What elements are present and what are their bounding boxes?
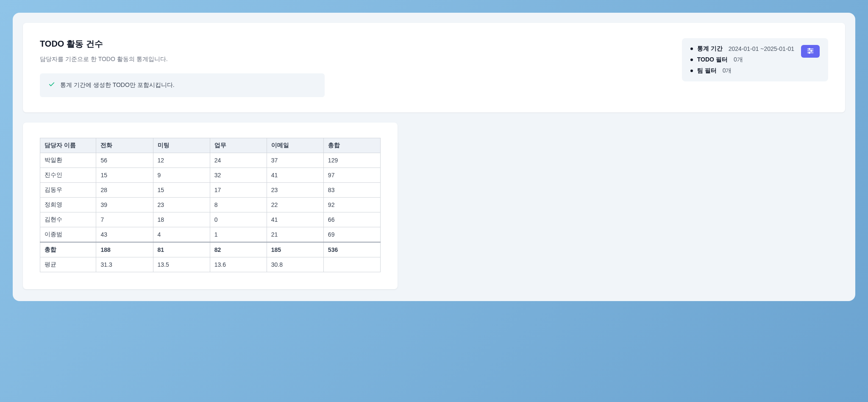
table-header-row: 담당자 이름 전화 미팅 업무 이메일 총합 [40,138,381,153]
bullet-icon [690,47,693,50]
filter-team-label: 팀 필터 [697,67,717,75]
table-cell: 박일환 [40,153,96,168]
th-email: 이메일 [267,138,323,153]
table-cell: 1 [210,227,267,243]
table-cell: 김현수 [40,212,96,227]
table-cell: 32 [210,168,267,183]
table-cell: 22 [267,198,323,212]
table-cell: 15 [153,183,210,198]
table-row: 진수인159324197 [40,168,381,183]
table-row: 정희영392382292 [40,198,381,212]
filter-period: 통계 기간 2024-01-01 ~2025-01-01 [690,45,794,53]
table-cell: 23 [153,198,210,212]
filter-settings-button[interactable] [801,45,820,58]
page-subtitle: 담당자를 기준으로 한 TODO 활동의 통계입니다. [40,56,325,63]
table-cell: 17 [210,183,267,198]
table-cell: 18 [153,212,210,227]
table-cell: 66 [323,212,380,227]
table-row: 박일환56122437129 [40,153,381,168]
bullet-icon [690,70,693,72]
table-total-cell: 188 [96,242,153,257]
table-cell: 23 [267,183,323,198]
filter-todo-value: 0개 [734,56,743,64]
table-row: 김동우2815172383 [40,183,381,198]
svg-point-1 [809,48,810,50]
filter-period-value: 2024-01-01 ~2025-01-01 [729,45,794,52]
table-cell: 4 [153,227,210,243]
table-row: 이종범43412169 [40,227,381,243]
table-cell: 92 [323,198,380,212]
table-average-cell: 13.6 [210,257,267,272]
table-cell: 정희영 [40,198,96,212]
table-cell: 9 [153,168,210,183]
table-row: 김현수71804166 [40,212,381,227]
table-cell: 41 [267,212,323,227]
table-cell: 69 [323,227,380,243]
table-cell: 129 [323,153,380,168]
table-cell: 15 [96,168,153,183]
filter-period-label: 통계 기간 [697,45,723,53]
filter-todo: TODO 필터 0개 [690,56,794,64]
table-cell: 83 [323,183,380,198]
table-cell: 41 [267,168,323,183]
table-cell: 0 [210,212,267,227]
svg-point-3 [811,50,812,51]
info-text: 통계 기간에 생성한 TODO만 포함시킵니다. [60,81,175,89]
filter-team: 팀 필터 0개 [690,67,794,75]
table-cell: 김동우 [40,183,96,198]
stats-table: 담당자 이름 전화 미팅 업무 이메일 총합 박일환56122437129진수인… [40,138,381,272]
table-cell: 28 [96,183,153,198]
table-cell: 12 [153,153,210,168]
table-total-cell: 81 [153,242,210,257]
filter-team-value: 0개 [723,67,732,75]
table-average-cell: 30.8 [267,257,323,272]
th-meeting: 미팅 [153,138,210,153]
table-average-cell: 13.5 [153,257,210,272]
filter-list: 통계 기간 2024-01-01 ~2025-01-01 TODO 필터 0개 … [690,45,794,75]
table-cell: 43 [96,227,153,243]
table-averages-row: 평균31.313.513.630.8 [40,257,381,272]
table-average-cell: 평균 [40,257,96,272]
table-cell: 이종범 [40,227,96,243]
th-task: 업무 [210,138,267,153]
sliders-icon [807,47,814,56]
table-total-cell: 536 [323,242,380,257]
table-cell: 56 [96,153,153,168]
table-cell: 97 [323,168,380,183]
table-cell: 39 [96,198,153,212]
header-card: TODO 활동 건수 담당자를 기준으로 한 TODO 활동의 통계입니다. 통… [23,23,845,112]
table-cell: 진수인 [40,168,96,183]
table-totals-row: 총합1888182185536 [40,242,381,257]
th-total: 총합 [323,138,380,153]
table-average-cell: 31.3 [96,257,153,272]
table-cell: 21 [267,227,323,243]
info-banner: 통계 기간에 생성한 TODO만 포함시킵니다. [40,73,325,97]
table-total-cell: 82 [210,242,267,257]
table-cell: 8 [210,198,267,212]
bullet-icon [690,59,693,61]
header-left: TODO 활동 건수 담당자를 기준으로 한 TODO 활동의 통계입니다. 통… [40,38,325,97]
table-total-cell: 총합 [40,242,96,257]
table-cell: 37 [267,153,323,168]
app-container: TODO 활동 건수 담당자를 기준으로 한 TODO 활동의 통계입니다. 통… [13,13,855,301]
table-cell: 7 [96,212,153,227]
svg-point-5 [809,52,810,53]
table-cell: 24 [210,153,267,168]
table-average-cell [323,257,380,272]
table-total-cell: 185 [267,242,323,257]
th-phone: 전화 [96,138,153,153]
check-icon [48,81,55,89]
filter-todo-label: TODO 필터 [697,56,728,64]
page-title: TODO 활동 건수 [40,38,325,50]
filter-panel: 통계 기간 2024-01-01 ~2025-01-01 TODO 필터 0개 … [682,38,828,81]
table-card: 담당자 이름 전화 미팅 업무 이메일 총합 박일환56122437129진수인… [23,123,398,289]
th-name: 담당자 이름 [40,138,96,153]
